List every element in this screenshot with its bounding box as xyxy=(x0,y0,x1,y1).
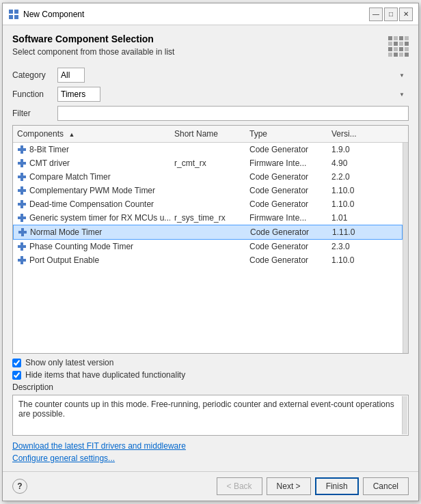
next-button[interactable]: Next > xyxy=(267,477,311,495)
table-body: 8-Bit Timer Code Generator 1.9.0 CMT dri… xyxy=(13,143,403,353)
cell-short-name: r_cmt_rx xyxy=(170,158,245,169)
cell-type: Code Generator xyxy=(245,144,327,155)
component-icon xyxy=(17,213,27,223)
cell-component-name: Complementary PWM Mode Timer xyxy=(13,185,170,196)
show-latest-checkbox[interactable] xyxy=(12,359,21,367)
cell-version: 1.11.0 xyxy=(328,227,372,238)
table-row[interactable]: Normal Mode Timer Code Generator 1.11.0 xyxy=(13,225,403,240)
function-select[interactable]: Timers xyxy=(57,87,100,102)
header-area: Software Component Selection Select comp… xyxy=(12,33,409,64)
hide-duplicates-row: Hide items that have duplicated function… xyxy=(12,370,409,380)
hide-duplicates-checkbox[interactable] xyxy=(12,371,21,380)
svg-rect-5 xyxy=(18,148,26,151)
back-button[interactable]: < Back xyxy=(217,477,262,495)
cell-short-name xyxy=(170,176,245,178)
svg-rect-2 xyxy=(9,15,13,19)
dialog-content: Software Component Selection Select comp… xyxy=(3,25,418,471)
function-row: Function Timers xyxy=(12,87,409,102)
component-icon xyxy=(17,158,27,168)
category-select[interactable]: All xyxy=(57,68,85,83)
cell-short-name xyxy=(171,232,246,233)
description-label: Description xyxy=(12,382,409,392)
table-row[interactable]: Generic system timer for RX MCUs u... r_… xyxy=(13,211,403,225)
header-text: Software Component Selection Select comp… xyxy=(12,33,174,64)
table-row[interactable]: Compare Match Timer Code Generator 2.2.0 xyxy=(13,170,403,184)
cell-component-name: CMT driver xyxy=(13,158,170,169)
table-row[interactable]: CMT driver r_cmt_rx Firmware Inte... 4.9… xyxy=(13,156,403,170)
cell-component-name: 8-Bit Timer xyxy=(13,144,170,155)
svg-rect-21 xyxy=(18,259,26,262)
cell-type: Code Generator xyxy=(245,241,327,252)
component-icon xyxy=(17,172,27,182)
table-header: Components ▲ Short Name Type Versi... xyxy=(13,126,408,143)
main-window: New Component — □ ✕ Software Component S… xyxy=(2,3,419,501)
function-label: Function xyxy=(12,89,53,99)
cell-component-name: Port Output Enable xyxy=(13,255,170,266)
cell-type: Code Generator xyxy=(245,199,327,210)
table-row[interactable]: 8-Bit Timer Code Generator 1.9.0 xyxy=(13,143,403,156)
description-text: The counter counts up in this mode. Free… xyxy=(18,400,394,419)
cell-component-name: Generic system timer for RX MCUs u... xyxy=(13,212,170,223)
svg-rect-13 xyxy=(18,203,26,206)
filter-input[interactable] xyxy=(57,106,409,121)
cancel-button[interactable]: Cancel xyxy=(363,477,409,495)
cell-type: Firmware Inte... xyxy=(245,212,327,223)
col-header-shortname: Short Name xyxy=(170,128,245,140)
svg-rect-15 xyxy=(18,216,26,219)
close-button[interactable]: ✕ xyxy=(399,8,413,21)
download-link[interactable]: Download the latest FIT drivers and midd… xyxy=(12,441,409,451)
svg-rect-11 xyxy=(18,189,26,192)
configure-link[interactable]: Configure general settings... xyxy=(12,453,409,463)
finish-button[interactable]: Finish xyxy=(315,477,359,495)
cell-version: 1.10.0 xyxy=(327,255,372,266)
components-table: Components ▲ Short Name Type Versi... 8-… xyxy=(12,125,409,354)
svg-rect-3 xyxy=(14,15,18,19)
minimize-button[interactable]: — xyxy=(369,8,383,21)
component-icon xyxy=(17,199,27,209)
component-icon xyxy=(17,186,27,195)
component-icon xyxy=(17,255,27,265)
cell-version: 1.10.0 xyxy=(327,199,372,210)
cell-version: 1.10.0 xyxy=(327,185,372,196)
filter-label: Filter xyxy=(12,109,53,118)
table-row[interactable]: Port Output Enable Code Generator 1.10.0 xyxy=(13,253,403,267)
cell-component-name: Phase Counting Mode Timer xyxy=(13,241,170,252)
table-row[interactable]: Complementary PWM Mode Timer Code Genera… xyxy=(13,184,403,197)
component-icon xyxy=(17,242,27,251)
filter-row: Filter xyxy=(12,106,409,121)
maximize-button[interactable]: □ xyxy=(384,8,398,21)
col-header-version: Versi... xyxy=(327,128,372,140)
cell-type: Code Generator xyxy=(245,171,327,182)
category-row: Category All xyxy=(12,68,409,83)
desc-scrollbar[interactable] xyxy=(402,396,407,434)
svg-rect-19 xyxy=(18,245,26,248)
cell-type: Code Generator xyxy=(245,185,327,196)
table-scrollbar[interactable] xyxy=(403,143,408,353)
table-row[interactable]: Phase Counting Mode Timer Code Generator… xyxy=(13,240,403,253)
cell-short-name xyxy=(170,204,245,205)
cell-version: 4.90 xyxy=(327,158,372,169)
cell-short-name xyxy=(170,149,245,150)
svg-rect-0 xyxy=(9,10,13,14)
cell-version: 2.2.0 xyxy=(327,171,372,182)
cell-version: 1.01 xyxy=(327,212,372,223)
cell-short-name xyxy=(170,260,245,261)
window-icon xyxy=(8,9,19,20)
svg-rect-9 xyxy=(18,176,26,178)
cell-version: 1.9.0 xyxy=(327,144,372,155)
nav-buttons: < Back Next > Finish Cancel xyxy=(217,477,409,495)
table-body-wrapper: 8-Bit Timer Code Generator 1.9.0 CMT dri… xyxy=(13,143,408,353)
cell-short-name: r_sys_time_rx xyxy=(170,212,245,223)
svg-rect-1 xyxy=(14,10,18,14)
category-label: Category xyxy=(12,70,53,80)
table-row[interactable]: Dead-time Compensation Counter Code Gene… xyxy=(13,197,403,211)
help-button[interactable]: ? xyxy=(12,479,27,494)
cell-short-name xyxy=(170,190,245,191)
cell-component-name: Normal Mode Timer xyxy=(14,227,171,238)
col-header-type: Type xyxy=(245,128,327,140)
svg-rect-7 xyxy=(18,162,26,165)
svg-rect-17 xyxy=(18,231,27,234)
section-subtitle: Select component from those available in… xyxy=(12,47,174,57)
window-controls: — □ ✕ xyxy=(369,8,413,21)
hide-duplicates-label: Hide items that have duplicated function… xyxy=(25,370,185,380)
